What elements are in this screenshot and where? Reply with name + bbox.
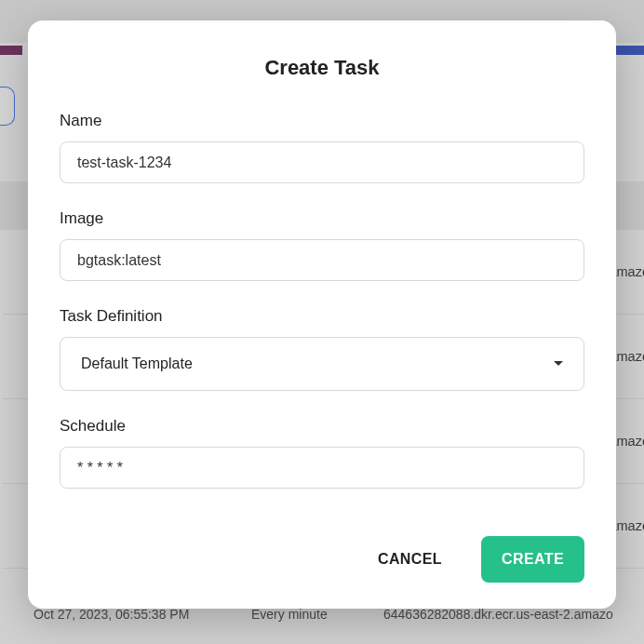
field-group-schedule: Schedule [60, 417, 584, 489]
create-button[interactable]: CREATE [481, 536, 584, 583]
name-input[interactable] [60, 141, 584, 183]
schedule-input[interactable] [60, 447, 584, 489]
create-task-dialog: Create Task Name Image Task Definition D… [28, 20, 616, 609]
dialog-actions: CANCEL CREATE [60, 536, 584, 586]
schedule-label: Schedule [60, 417, 584, 436]
cancel-button[interactable]: CANCEL [357, 536, 463, 583]
name-label: Name [60, 112, 584, 130]
field-group-task-definition: Task Definition Default Template [60, 307, 584, 391]
task-definition-select-wrap: Default Template [60, 337, 584, 391]
task-definition-select[interactable]: Default Template [60, 337, 584, 391]
task-definition-value: Default Template [81, 356, 193, 372]
task-definition-label: Task Definition [60, 307, 584, 326]
image-input[interactable] [60, 239, 584, 281]
field-group-image: Image [60, 209, 584, 281]
field-group-name: Name [60, 112, 584, 183]
image-label: Image [60, 209, 584, 228]
dialog-title: Create Task [60, 56, 584, 80]
